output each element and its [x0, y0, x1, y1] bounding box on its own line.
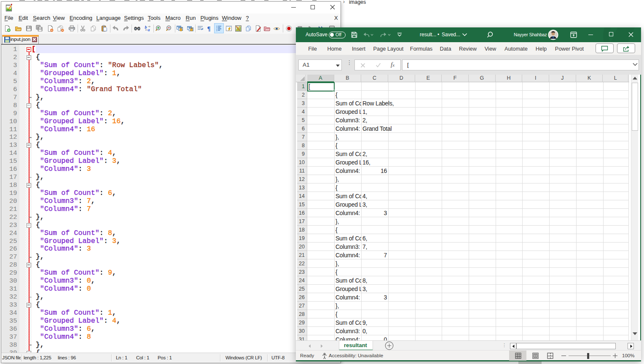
svg-text:¶: ¶: [207, 25, 211, 32]
svg-text:b: b: [145, 25, 147, 30]
svg-text:a: a: [148, 27, 150, 32]
